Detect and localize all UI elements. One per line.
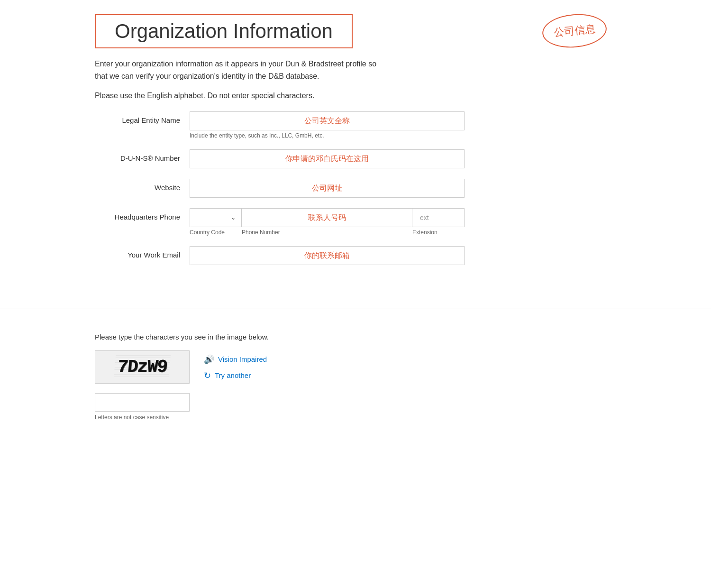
phone-extension-input[interactable] (412, 208, 465, 227)
title-container: Organization Information (95, 14, 353, 48)
email-field-wrapper (190, 246, 465, 265)
captcha-options: 🔊 Vision Impaired ↻ Try another (204, 350, 267, 381)
phone-group: ⌄ (190, 208, 465, 227)
chinese-annotation: 公司信息 (541, 11, 608, 50)
legal-entity-row: Legal Entity Name Include the entity typ… (95, 111, 616, 139)
website-row: Website (95, 179, 616, 198)
page-title: Organization Information (115, 20, 333, 43)
website-field-wrapper (190, 179, 465, 198)
top-section: Organization Information 公司信息 Enter your… (0, 0, 711, 294)
captcha-image: 7DzW9 (95, 350, 190, 384)
page-wrapper: Organization Information 公司信息 Enter your… (0, 0, 711, 449)
legal-entity-input[interactable] (190, 111, 465, 130)
org-form: Legal Entity Name Include the entity typ… (95, 111, 616, 265)
audio-icon: 🔊 (204, 354, 214, 365)
captcha-input-row: Letters are not case sensitive (95, 393, 616, 421)
phone-label: Headquarters Phone (95, 208, 190, 221)
duns-row: D-U-N-S® Number (95, 149, 616, 168)
captcha-input[interactable] (95, 393, 190, 412)
try-another-label: Try another (215, 371, 251, 379)
duns-input[interactable] (190, 149, 465, 168)
legal-entity-label: Legal Entity Name (95, 111, 190, 124)
description-line2: Please use the English alphabet. Do not … (95, 90, 389, 102)
description-line1: Enter your organization information as i… (95, 58, 389, 82)
captcha-display-text: 7DzW9 (114, 355, 171, 379)
vision-impaired-button[interactable]: 🔊 Vision Impaired (204, 354, 267, 365)
section-divider (0, 309, 711, 309)
captcha-area: 7DzW9 🔊 Vision Impaired ↻ Try another (95, 350, 616, 384)
website-label: Website (95, 179, 190, 192)
try-another-button[interactable]: ↻ Try another (204, 370, 267, 381)
legal-entity-field-wrapper: Include the entity type, such as Inc., L… (190, 111, 465, 139)
phone-number-input[interactable] (242, 208, 412, 227)
captcha-hint: Letters are not case sensitive (95, 414, 616, 421)
country-code-label: Country Code (190, 229, 242, 236)
email-input[interactable] (190, 246, 465, 265)
captcha-section: Please type the characters you see in th… (0, 323, 711, 449)
email-label: Your Work Email (95, 246, 190, 259)
refresh-icon: ↻ (204, 370, 211, 381)
vision-impaired-label: Vision Impaired (218, 355, 267, 363)
captcha-instruction: Please type the characters you see in th… (95, 333, 616, 341)
phone-number-label: Phone Number (242, 229, 412, 236)
phone-field-wrapper: ⌄ Country Code Phone Number Extension (190, 208, 465, 236)
website-input[interactable] (190, 179, 465, 198)
country-code-dropdown[interactable]: ⌄ (190, 208, 242, 227)
phone-labels: Country Code Phone Number Extension (190, 229, 465, 236)
extension-label: Extension (412, 229, 465, 236)
duns-field-wrapper (190, 149, 465, 168)
email-row: Your Work Email (95, 246, 616, 265)
chevron-down-icon: ⌄ (231, 214, 236, 221)
legal-entity-hint: Include the entity type, such as Inc., L… (190, 132, 465, 139)
phone-row: Headquarters Phone ⌄ Country Code Phone … (95, 208, 616, 236)
duns-label: D-U-N-S® Number (95, 149, 190, 162)
